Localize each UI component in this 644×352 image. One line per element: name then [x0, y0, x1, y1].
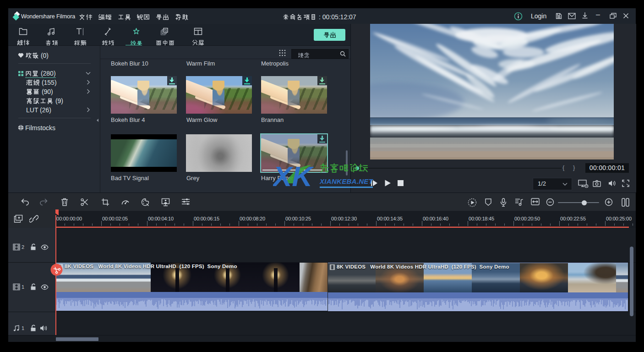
svg-text:XK: XK: [273, 160, 314, 192]
